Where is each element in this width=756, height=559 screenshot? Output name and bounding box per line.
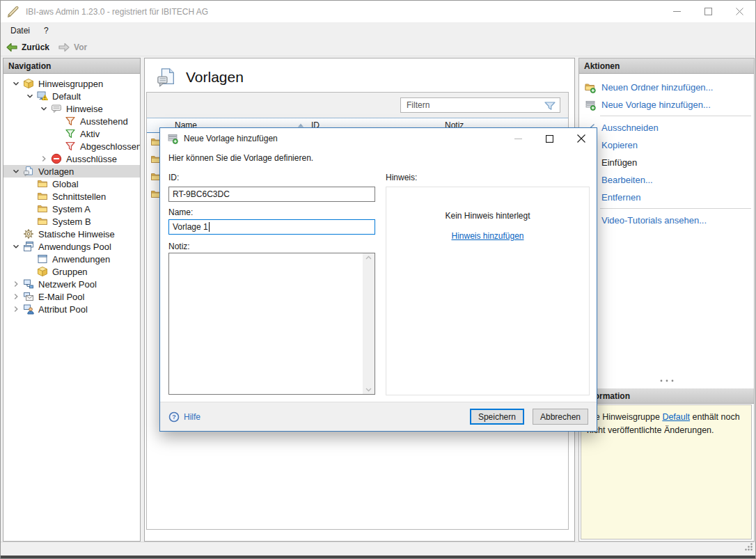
resize-grip[interactable] xyxy=(744,542,753,551)
action-ausschneiden[interactable]: Ausschneiden xyxy=(579,119,754,136)
folder-icon xyxy=(37,203,48,214)
action-neue-vorlage-hinzufügen[interactable]: Neue Vorlage hinzufügen... xyxy=(579,96,754,113)
page-title: Vorlagen xyxy=(186,69,244,86)
tree-item-system-b[interactable]: System B xyxy=(3,215,140,228)
tree-item-attribut-pool[interactable]: Attribut Pool xyxy=(3,303,140,315)
notiz-textarea[interactable] xyxy=(168,253,375,395)
chevron-right-icon[interactable] xyxy=(9,278,23,290)
action-separator xyxy=(600,116,751,116)
id-input[interactable] xyxy=(168,187,375,202)
maximize-button[interactable] xyxy=(693,1,724,22)
app-window: IBI-aws Admin 1.23.0 - registriert für I… xyxy=(0,0,756,559)
text-caret xyxy=(209,222,210,232)
close-button[interactable] xyxy=(724,1,755,22)
tree-item-statische-hinweise[interactable]: Statische Hinweise xyxy=(3,228,140,240)
static-gear-icon xyxy=(23,228,34,239)
tree-item-label: System A xyxy=(52,204,90,214)
tree-item-label: Aktiv xyxy=(80,129,100,139)
chevron-down-icon[interactable] xyxy=(9,241,23,252)
action-video-tutorials-ansehen[interactable]: Video-Tutorials ansehen... xyxy=(579,212,754,229)
action-neuen-ordner-hinzufügen[interactable]: Neuen Ordner hinzufügen... xyxy=(579,79,754,96)
tree-item-label: Statische Hinweise xyxy=(38,229,115,239)
filter-input[interactable] xyxy=(400,97,560,113)
information-header: Information xyxy=(579,388,754,404)
info-default-link[interactable]: Default xyxy=(662,412,690,422)
tree-item-hinweisgruppen[interactable]: Hinweisgruppen xyxy=(3,77,140,90)
information-box: Die Hinweisgruppe Default enthält noch n… xyxy=(581,404,752,540)
nav-tree: HinweisgruppenDefaultHinweiseAusstehendA… xyxy=(3,74,140,541)
help-label: Hilfe xyxy=(184,412,200,422)
window-controls xyxy=(661,1,755,22)
dialog-maximize-button[interactable] xyxy=(534,128,565,149)
tree-item-global[interactable]: Global xyxy=(3,178,140,190)
tree-item-system-a[interactable]: System A xyxy=(3,203,140,215)
tree-item-vorlagen[interactable]: Vorlagen xyxy=(3,165,140,178)
cancel-button[interactable]: Abbrechen xyxy=(533,409,588,425)
tree-item-netzwerk-pool[interactable]: Netzwerk Pool xyxy=(3,278,140,290)
tree-item-gruppen[interactable]: Gruppen xyxy=(3,265,140,278)
toolbar: Zurück Vor xyxy=(1,39,755,56)
action-label: Bearbeiten... xyxy=(601,175,653,185)
page-title-row: Vorlagen xyxy=(156,67,244,88)
action-entfernen[interactable]: Entfernen xyxy=(579,189,754,206)
window-title: IBI-aws Admin 1.23.0 - registriert für I… xyxy=(26,7,208,17)
splitter-handle[interactable] xyxy=(579,377,754,384)
tree-item-label: Ausstehend xyxy=(80,116,128,127)
forward-button[interactable]: Vor xyxy=(58,42,87,53)
tree-item-e-mail-pool[interactable]: E-Mail Pool xyxy=(3,290,140,303)
notiz-scrollbar[interactable] xyxy=(363,253,375,394)
template-add-icon xyxy=(585,100,601,111)
chevron-right-icon[interactable] xyxy=(37,153,51,164)
tree-item-label: Netzwerk Pool xyxy=(38,279,97,290)
action-einfügen: Einfügen xyxy=(579,154,754,171)
tree-item-label: Ausschlüsse xyxy=(66,154,117,164)
network-icon xyxy=(23,278,34,290)
scroll-down-icon[interactable] xyxy=(365,388,372,392)
tree-item-label: Gruppen xyxy=(52,267,88,277)
chevron-right-icon[interactable] xyxy=(9,291,23,302)
action-label: Entfernen xyxy=(601,192,640,203)
chevron-spacer xyxy=(23,216,37,227)
save-button[interactable]: Speichern xyxy=(470,409,524,425)
filter-bar xyxy=(147,93,568,118)
chevron-spacer xyxy=(51,116,65,127)
action-bearbeiten[interactable]: Bearbeiten... xyxy=(579,171,754,189)
folder-add-icon xyxy=(585,82,601,93)
folder-icon xyxy=(37,191,48,202)
chevron-down-icon[interactable] xyxy=(9,78,23,89)
hinweis-add-link[interactable]: Hinweis hinzufügen xyxy=(451,231,523,241)
tree-item-schnittstellen[interactable]: Schnittstellen xyxy=(3,190,140,203)
dialog-title: Neue Vorlage hinzufügen xyxy=(184,134,278,143)
back-button[interactable]: Zurück xyxy=(6,42,49,53)
notiz-label: Notiz: xyxy=(168,242,190,251)
chevron-down-icon[interactable] xyxy=(9,166,23,177)
dialog-titlebar: Neue Vorlage hinzufügen xyxy=(160,128,597,149)
tree-item-ausschlüsse[interactable]: Ausschlüsse xyxy=(3,152,140,165)
navigation-header: Navigation xyxy=(3,58,140,74)
menu-datei[interactable]: Datei xyxy=(3,23,37,38)
tree-item-label: Hinweise xyxy=(66,104,103,114)
tree-item-anwendungs-pool[interactable]: Anwendungs Pool xyxy=(3,240,140,253)
tree-item-hinweise[interactable]: Hinweise xyxy=(3,102,140,115)
dialog-close-button[interactable] xyxy=(565,128,597,149)
name-input[interactable]: Vorlage 1 xyxy=(168,219,375,235)
chevron-spacer xyxy=(23,266,37,277)
tree-item-label: Default xyxy=(52,91,81,102)
name-value: Vorlage 1 xyxy=(173,222,208,232)
tree-item-default[interactable]: Default xyxy=(3,90,140,102)
tree-item-aktiv[interactable]: Aktiv xyxy=(3,127,140,140)
tree-item-abgeschlossen[interactable]: Abgeschlossen xyxy=(3,140,140,152)
chevron-right-icon[interactable] xyxy=(9,304,23,315)
chevron-spacer xyxy=(23,203,37,214)
action-kopieren[interactable]: Kopieren xyxy=(579,136,754,154)
new-template-dialog: Neue Vorlage hinzufügen Hier können Sie … xyxy=(159,127,597,432)
minimize-button[interactable] xyxy=(661,1,693,22)
actions-header: Aktionen xyxy=(579,58,754,74)
help-link[interactable]: ? Hilfe xyxy=(168,411,200,423)
tree-item-ausstehend[interactable]: Ausstehend xyxy=(3,115,140,127)
tree-item-anwendungen[interactable]: Anwendungen xyxy=(3,253,140,265)
chevron-down-icon[interactable] xyxy=(37,103,51,114)
chevron-down-icon[interactable] xyxy=(23,90,37,102)
scroll-up-icon[interactable] xyxy=(365,255,372,260)
menu-help[interactable]: ? xyxy=(37,23,56,38)
